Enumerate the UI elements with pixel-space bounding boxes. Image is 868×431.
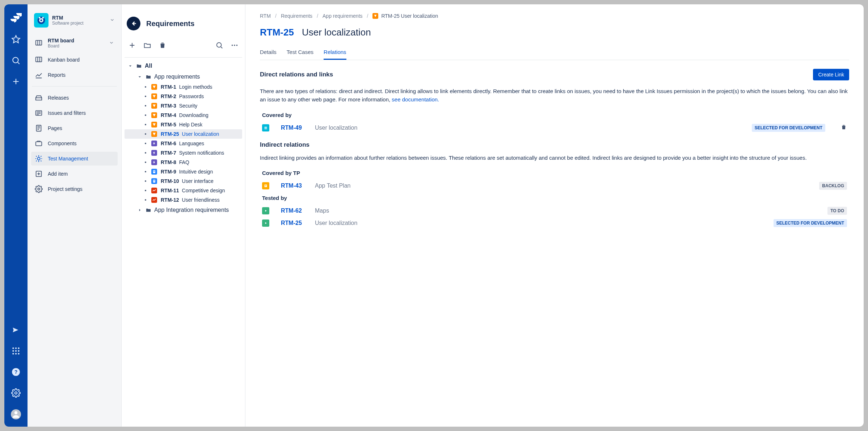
green-exec-icon bbox=[262, 219, 269, 227]
sidebar-item-components[interactable]: Components bbox=[31, 137, 118, 150]
project-header[interactable]: RTM Software project bbox=[31, 12, 118, 33]
svg-point-18 bbox=[42, 17, 44, 19]
tab-details[interactable]: Details bbox=[260, 47, 277, 60]
tree-item-rtm-10[interactable]: RTM-10User interface bbox=[125, 176, 242, 186]
user-avatar[interactable] bbox=[11, 409, 21, 419]
sidebar-item-pages[interactable]: Pages bbox=[31, 121, 118, 135]
breadcrumb: RTM / Requirements / App requirements / … bbox=[260, 13, 849, 19]
sidebar-item-add[interactable]: Add item bbox=[31, 167, 118, 181]
star-icon[interactable] bbox=[11, 35, 21, 46]
tree-toolbar bbox=[125, 41, 242, 58]
svg-rect-23 bbox=[36, 142, 42, 146]
panel-title: Requirements bbox=[146, 20, 194, 28]
covered-by-tp-group: Covered by TP RTM-43 App Test Plan BACKL… bbox=[260, 170, 849, 192]
search-icon[interactable] bbox=[11, 56, 21, 67]
project-name: RTM bbox=[52, 15, 84, 21]
create-link-button[interactable]: Create Link bbox=[813, 69, 849, 80]
folder-icon[interactable] bbox=[143, 41, 151, 51]
tree-item-rtm-7[interactable]: RTM-7System notifications bbox=[125, 148, 242, 158]
relation-text: User localization bbox=[315, 125, 743, 131]
tree-item-rtm-1[interactable]: RTM-1Login methods bbox=[125, 82, 242, 92]
sidebar-item-reports[interactable]: Reports bbox=[31, 68, 118, 82]
more-icon[interactable] bbox=[231, 41, 239, 51]
board-sub: Board bbox=[48, 43, 74, 49]
issue-title: User localization bbox=[302, 27, 371, 38]
relation-key[interactable]: RTM-43 bbox=[281, 183, 306, 189]
tab-test-cases[interactable]: Test Cases bbox=[287, 47, 313, 60]
tree-item-rtm-12[interactable]: RTM-12User friendliness bbox=[125, 195, 242, 205]
svg-rect-39 bbox=[265, 129, 267, 129]
delete-icon[interactable] bbox=[840, 124, 847, 132]
yellow-plan-icon bbox=[262, 182, 269, 189]
create-icon[interactable] bbox=[11, 77, 21, 88]
sidebar-item-project-settings[interactable]: Project settings bbox=[31, 182, 118, 196]
tree-folder-app-integration[interactable]: App Integration requirements bbox=[125, 205, 242, 216]
tree-root-all[interactable]: All bbox=[125, 60, 242, 71]
sidebar-item-issues[interactable]: Issues and filters bbox=[31, 106, 118, 120]
svg-point-17 bbox=[39, 17, 41, 19]
reports-label: Reports bbox=[48, 72, 66, 78]
svg-point-6 bbox=[18, 350, 19, 352]
crumb-project[interactable]: RTM bbox=[260, 13, 271, 19]
orange-req-icon bbox=[151, 84, 157, 90]
help-icon[interactable]: ? bbox=[11, 367, 21, 378]
tree-item-rtm-9[interactable]: RTM-9Intuitive design bbox=[125, 167, 242, 176]
teal-list-icon bbox=[262, 124, 269, 131]
tree-item-rtm-4[interactable]: RTM-4Downloading bbox=[125, 110, 242, 120]
svg-rect-42 bbox=[265, 186, 266, 186]
green-exec-icon bbox=[262, 207, 269, 214]
documentation-link[interactable]: see documentation. bbox=[392, 96, 439, 102]
chevron-down-icon[interactable] bbox=[109, 40, 114, 46]
settings-icon[interactable] bbox=[11, 388, 21, 399]
sidebar-item-releases[interactable]: Releases bbox=[31, 91, 118, 105]
svg-point-7 bbox=[12, 353, 14, 354]
apps-icon[interactable] bbox=[11, 346, 21, 357]
svg-rect-41 bbox=[265, 185, 267, 185]
tree-item-rtm-11[interactable]: RTM-11Competitive design bbox=[125, 186, 242, 195]
sidebar-item-kanban[interactable]: Kanban board bbox=[31, 53, 118, 67]
tree-item-rtm-5[interactable]: RTM-5Help Desk bbox=[125, 120, 242, 129]
svg-rect-32 bbox=[153, 171, 155, 171]
issue-key[interactable]: RTM-25 bbox=[260, 27, 294, 38]
requirements-tree-panel: Requirements All App requirements RTM-1L… bbox=[122, 4, 245, 427]
svg-point-12 bbox=[15, 392, 17, 394]
relation-key[interactable]: RTM-62 bbox=[281, 208, 306, 214]
chevron-down-icon[interactable] bbox=[110, 17, 115, 24]
relation-key[interactable]: RTM-25 bbox=[281, 220, 306, 226]
relation-row-rtm-49: RTM-49 User localization SELECTED FOR DE… bbox=[260, 122, 849, 134]
svg-text:?: ? bbox=[14, 369, 18, 375]
tree-item-rtm-2[interactable]: RTM-2Passwords bbox=[125, 92, 242, 101]
orange-req-icon bbox=[151, 103, 157, 109]
crumb-folder[interactable]: App requirements bbox=[323, 13, 363, 19]
back-button[interactable] bbox=[127, 17, 140, 30]
search-icon[interactable] bbox=[215, 41, 223, 51]
direct-relations-desc: There are two types of relations: direct… bbox=[260, 87, 849, 104]
tree-item-rtm-6[interactable]: RTM-6Languages bbox=[125, 139, 242, 148]
sidebar-item-test-management[interactable]: Test Management bbox=[31, 152, 118, 166]
notifications-icon[interactable] bbox=[11, 325, 21, 336]
relation-key[interactable]: RTM-49 bbox=[281, 125, 306, 131]
svg-rect-20 bbox=[36, 57, 42, 62]
delete-icon[interactable] bbox=[159, 41, 167, 51]
crumb-issue[interactable]: RTM-25 User localization bbox=[381, 13, 438, 19]
svg-point-2 bbox=[15, 347, 17, 349]
relation-text: App Test Plan bbox=[315, 183, 810, 189]
issue-content: RTM / Requirements / App requirements / … bbox=[245, 4, 864, 427]
jira-logo-icon[interactable] bbox=[10, 12, 22, 25]
svg-point-0 bbox=[13, 57, 18, 63]
relation-row-rtm-62: RTM-62 Maps TO DO bbox=[260, 205, 849, 217]
tab-relations[interactable]: Relations bbox=[324, 47, 346, 60]
tree-item-rtm-8[interactable]: RTM-8FAQ bbox=[125, 158, 242, 167]
orange-req-icon bbox=[151, 93, 157, 99]
global-nav-rail: ? bbox=[4, 4, 28, 427]
tree-folder-app-requirements[interactable]: App requirements bbox=[125, 71, 242, 82]
blue-doc-icon bbox=[151, 178, 157, 184]
orange-req-icon bbox=[151, 122, 157, 127]
tree-item-rtm-3[interactable]: RTM-3Security bbox=[125, 101, 242, 110]
sidebar-item-board[interactable]: RTM board Board bbox=[31, 35, 118, 51]
add-icon[interactable] bbox=[128, 41, 136, 51]
blue-doc-icon bbox=[151, 169, 157, 175]
tree-item-rtm-25[interactable]: RTM-25User localization bbox=[125, 129, 242, 139]
crumb-requirements[interactable]: Requirements bbox=[281, 13, 312, 19]
svg-rect-36 bbox=[153, 181, 155, 181]
